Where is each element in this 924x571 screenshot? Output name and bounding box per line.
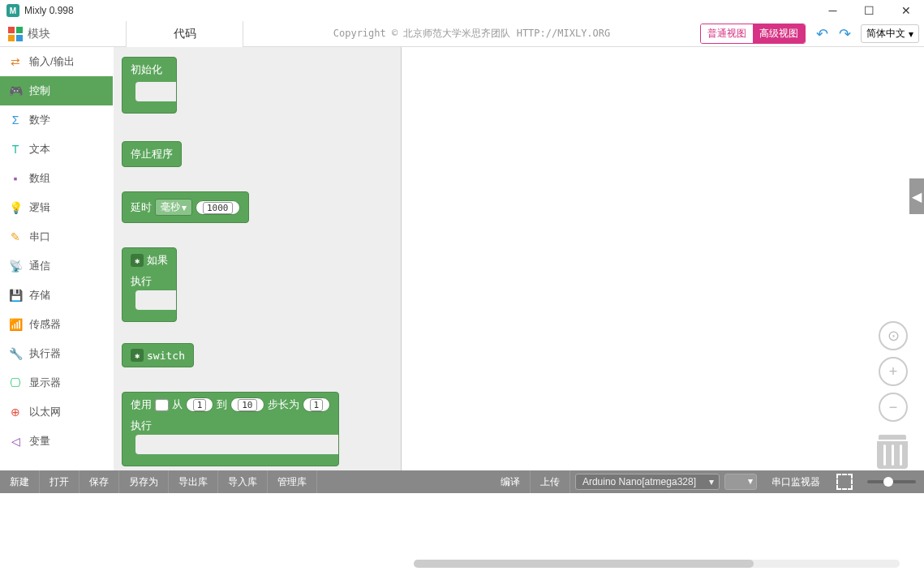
block-if-do: 执行 xyxy=(122,273,176,290)
category-icon: ◁ xyxy=(8,434,23,449)
category-label: 变量 xyxy=(29,434,50,449)
new-button[interactable]: 新建 xyxy=(0,470,40,493)
saveas-button[interactable]: 另存为 xyxy=(119,470,169,493)
zoom-out-button[interactable]: − xyxy=(879,393,908,422)
delay-value-input[interactable]: 1000 xyxy=(196,200,240,215)
block-for[interactable]: 使用 i 从 1 到 10 步长为 1 执行 xyxy=(122,392,339,466)
block-if[interactable]: ✱如果 执行 xyxy=(122,247,177,322)
undo-button[interactable]: ↶ xyxy=(812,24,832,44)
zoom-in-button[interactable]: + xyxy=(879,357,908,386)
serial-monitor-button[interactable]: 串口监视器 xyxy=(762,470,830,493)
category-label: 数组 xyxy=(29,171,50,186)
category-label: 串口 xyxy=(29,230,50,244)
zoom-slider[interactable] xyxy=(867,480,916,483)
tab-modules-label: 模块 xyxy=(28,27,50,41)
chevron-down-icon: ▾ xyxy=(909,28,913,40)
block-delay-label: 延时 xyxy=(131,200,152,215)
category-icon: ⊕ xyxy=(8,405,23,419)
category-1[interactable]: 🎮控制 xyxy=(0,76,113,105)
category-label: 传感器 xyxy=(29,317,61,332)
board-select[interactable]: Arduino Nano[atmega328] xyxy=(575,474,720,490)
for-step-input[interactable]: 1 xyxy=(303,397,331,412)
chip-icon[interactable] xyxy=(836,474,853,490)
category-7[interactable]: 📡通信 xyxy=(0,251,113,281)
header: 模块 代码 Copyright © 北京师范大学米思齐团队 HTTP://MIX… xyxy=(0,21,924,47)
category-12[interactable]: ⊕以太网 xyxy=(0,397,113,427)
category-label: 逻辑 xyxy=(29,200,50,215)
puzzle-icon xyxy=(8,27,23,41)
app-logo-icon: M xyxy=(6,4,19,17)
language-label: 简体中文 xyxy=(866,27,905,41)
category-3[interactable]: T文本 xyxy=(0,135,113,164)
delay-unit-dropdown[interactable]: 毫秒 ▾ xyxy=(155,199,192,216)
redo-button[interactable]: ↷ xyxy=(835,24,854,44)
side-panel-handle[interactable]: ◀ xyxy=(909,178,924,214)
close-button[interactable]: ✕ xyxy=(887,0,924,21)
exportlib-button[interactable]: 导出库 xyxy=(169,470,218,493)
minimize-button[interactable]: ─ xyxy=(814,0,851,21)
category-icon: Σ xyxy=(8,113,23,127)
importlib-button[interactable]: 导入库 xyxy=(218,470,268,493)
category-11[interactable]: 🖵显示器 xyxy=(0,368,113,397)
category-9[interactable]: 📶传感器 xyxy=(0,310,113,339)
gear-icon[interactable]: ✱ xyxy=(131,349,144,362)
tab-modules[interactable]: 模块 xyxy=(0,21,126,47)
category-icon: ⇄ xyxy=(8,54,23,69)
category-6[interactable]: ✎串口 xyxy=(0,222,113,251)
block-switch-label: switch xyxy=(147,350,185,362)
center-button[interactable]: ⊙ xyxy=(879,321,908,350)
titlebar: M Mixly 0.998 ─ ☐ ✕ xyxy=(0,0,924,21)
category-icon: 📡 xyxy=(8,259,23,273)
tab-code[interactable]: 代码 xyxy=(126,21,243,47)
view-normal-button[interactable]: 普通视图 xyxy=(701,24,753,43)
open-button[interactable]: 打开 xyxy=(40,470,80,493)
compile-button[interactable]: 编译 xyxy=(491,470,531,493)
block-switch[interactable]: ✱ switch xyxy=(122,343,194,367)
category-2[interactable]: Σ数学 xyxy=(0,105,113,135)
view-toggle[interactable]: 普通视图 高级视图 xyxy=(700,24,806,44)
language-select[interactable]: 简体中文 ▾ xyxy=(861,24,919,43)
workspace-canvas[interactable]: ⊙ + − xyxy=(402,47,924,470)
category-label: 文本 xyxy=(29,142,50,157)
category-label: 执行器 xyxy=(29,346,61,361)
for-var-input[interactable]: i xyxy=(155,399,169,411)
category-icon: 💡 xyxy=(8,200,23,215)
upload-button[interactable]: 上传 xyxy=(531,470,570,493)
for-from-input[interactable]: 1 xyxy=(186,397,214,412)
managelib-button[interactable]: 管理库 xyxy=(268,470,317,493)
trash-icon[interactable] xyxy=(877,435,908,470)
block-if-label: 如果 xyxy=(147,253,168,268)
view-advanced-button[interactable]: 高级视图 xyxy=(753,24,805,43)
block-init[interactable]: 初始化 xyxy=(122,57,177,114)
block-init-label: 初始化 xyxy=(131,62,162,77)
category-icon: 💾 xyxy=(8,288,23,303)
category-label: 以太网 xyxy=(29,405,61,419)
port-select[interactable] xyxy=(724,474,757,490)
category-5[interactable]: 💡逻辑 xyxy=(0,193,113,222)
block-palette[interactable]: 初始化 停止程序 延时 毫秒 ▾ 1000 ✱如果 执行 ✱ switch xyxy=(114,47,402,470)
save-button[interactable]: 保存 xyxy=(80,470,119,493)
category-label: 输入/输出 xyxy=(29,54,75,69)
maximize-button[interactable]: ☐ xyxy=(851,0,887,21)
horizontal-scrollbar[interactable] xyxy=(414,560,900,568)
block-stop[interactable]: 停止程序 xyxy=(122,141,182,167)
category-icon: 📶 xyxy=(8,317,23,332)
gear-icon[interactable]: ✱ xyxy=(131,254,144,267)
category-label: 数学 xyxy=(29,113,50,127)
category-icon: ✎ xyxy=(8,230,23,244)
category-label: 存储 xyxy=(29,288,50,303)
category-13[interactable]: ◁变量 xyxy=(0,427,113,456)
category-10[interactable]: 🔧执行器 xyxy=(0,339,113,368)
category-icon: 🎮 xyxy=(8,84,23,98)
category-sidebar[interactable]: ⇄输入/输出🎮控制Σ数学T文本▪数组💡逻辑✎串口📡通信💾存储📶传感器🔧执行器🖵显… xyxy=(0,47,114,470)
block-delay[interactable]: 延时 毫秒 ▾ 1000 xyxy=(122,191,249,223)
category-icon: 🔧 xyxy=(8,346,23,361)
category-0[interactable]: ⇄输入/输出 xyxy=(0,47,113,76)
bottom-toolbar: 新建 打开 保存 另存为 导出库 导入库 管理库 编译 上传 Arduino N… xyxy=(0,470,924,493)
category-icon: T xyxy=(8,142,23,157)
for-to-input[interactable]: 10 xyxy=(230,397,264,412)
category-8[interactable]: 💾存储 xyxy=(0,281,113,310)
category-icon: ▪ xyxy=(8,171,23,186)
category-4[interactable]: ▪数组 xyxy=(0,164,113,193)
category-icon: 🖵 xyxy=(8,376,23,390)
